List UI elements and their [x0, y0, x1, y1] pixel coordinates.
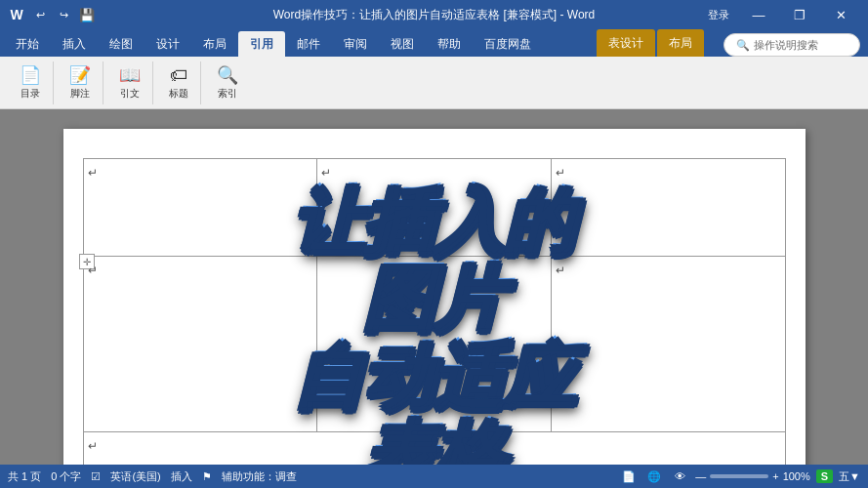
footnote-label: 脚注: [70, 87, 90, 101]
tab-table-design[interactable]: 表设计: [597, 29, 655, 57]
caption-label: 标题: [169, 87, 188, 101]
search-placeholder: 操作说明搜索: [754, 38, 818, 53]
index-icon: 🔍: [217, 64, 238, 86]
tab-layout[interactable]: 布局: [191, 31, 238, 57]
toc-label: 目录: [21, 87, 40, 101]
undo-button[interactable]: ↩: [31, 6, 49, 23]
cell-cursor: ↵: [88, 264, 98, 277]
tab-help[interactable]: 帮助: [426, 31, 473, 57]
print-view-button[interactable]: 📄: [619, 468, 639, 484]
cell-cursor: ↵: [88, 166, 98, 180]
table-row: ↵: [83, 432, 785, 466]
window-title: Word操作技巧：让插入的图片自动适应表格 [兼容模式] - Word: [273, 7, 596, 23]
footnote-icon: 📝: [69, 64, 91, 86]
index-button[interactable]: 🔍 索引: [211, 63, 244, 102]
citation-icon: 📖: [119, 64, 141, 86]
save-button[interactable]: 💾: [78, 6, 96, 23]
index-label: 索引: [218, 87, 237, 101]
table-cell[interactable]: ↵: [317, 159, 552, 257]
zoom-slider[interactable]: [710, 474, 768, 478]
search-bar[interactable]: 🔍 操作说明搜索: [723, 33, 860, 57]
ribbon-group-toc: 📄 目录: [8, 61, 54, 104]
toc-icon: 📄: [20, 64, 41, 86]
table-cell-footer[interactable]: ↵: [83, 432, 785, 466]
table-cell[interactable]: ↵: [551, 159, 785, 257]
search-icon: 🔍: [736, 39, 750, 52]
redo-button[interactable]: ↪: [55, 6, 72, 23]
footnote-button[interactable]: 📝 脚注: [63, 63, 97, 102]
login-button[interactable]: 登录: [700, 6, 737, 23]
table-row: ↵ ↵: [83, 257, 785, 432]
ribbon-group-caption: 🏷 标题: [157, 61, 201, 104]
language: 英语(美国): [110, 469, 160, 484]
status-right: 📄 🌐 👁 — + 100% S 五▼: [619, 468, 860, 484]
table-row: ↵ ↵ ↵: [83, 159, 785, 257]
ribbon-group-citation: 📖 引文: [107, 61, 153, 104]
ribbon-group-footnote: 📝 脚注: [58, 61, 103, 104]
document-table[interactable]: ↵ ↵ ↵ ↵ ↵ ↵: [83, 158, 786, 465]
ribbon-tabs: 开始 插入 绘图 设计 布局 引用 邮件 审阅 视图 帮助 百度网盘 表设计 布…: [0, 29, 868, 57]
status-left: 共 1 页 0 个字 ☑ 英语(美国) 插入 ⚑ 辅助功能：调查: [8, 469, 297, 484]
document-page: ✛ ↵ ↵ ↵ ↵ ↵ ↵ 让插入的图片自动适应表格: [63, 129, 806, 465]
zoom-section: — + 100%: [695, 470, 810, 482]
minimize-button[interactable]: —: [739, 0, 778, 29]
tab-review[interactable]: 审阅: [332, 31, 379, 57]
toc-button[interactable]: 📄 目录: [14, 63, 47, 102]
close-button[interactable]: ✕: [821, 0, 860, 29]
wps-logo-badge: S: [816, 469, 833, 483]
tab-baidu[interactable]: 百度网盘: [473, 31, 543, 57]
cell-cursor: ↵: [556, 264, 565, 277]
page-count: 共 1 页: [8, 469, 41, 484]
web-view-button[interactable]: 🌐: [644, 468, 664, 484]
accessibility-text: 辅助功能：调查: [222, 469, 297, 484]
tab-home[interactable]: 开始: [4, 31, 51, 57]
check-icon: ☑: [91, 470, 101, 483]
tab-insert[interactable]: 插入: [51, 31, 98, 57]
cell-cursor: ↵: [556, 166, 565, 180]
tab-view[interactable]: 视图: [379, 31, 426, 57]
zoom-level: 100%: [783, 470, 810, 482]
tab-references[interactable]: 引用: [238, 31, 285, 57]
title-bar-left: W ↩ ↪ 💾: [8, 6, 96, 23]
read-view-button[interactable]: 👁: [670, 468, 689, 484]
word-logo-icon: W: [8, 6, 25, 23]
title-bar: W ↩ ↪ 💾 Word操作技巧：让插入的图片自动适应表格 [兼容模式] - W…: [0, 0, 868, 29]
table-cell[interactable]: ↵: [83, 159, 317, 257]
table-cell[interactable]: ↵: [551, 257, 785, 432]
citation-label: 引文: [120, 87, 140, 101]
insert-mode[interactable]: 插入: [171, 469, 192, 484]
tab-table-layout[interactable]: 布局: [657, 29, 704, 57]
tab-design[interactable]: 设计: [145, 31, 191, 57]
accessibility-icon: ⚑: [202, 470, 212, 483]
ribbon-toolbar: 📄 目录 📝 脚注 📖 引文 🏷 标题 🔍 索引: [0, 57, 868, 109]
citation-button[interactable]: 📖 引文: [113, 63, 146, 102]
cell-cursor: ↵: [321, 166, 331, 180]
tab-mailings[interactable]: 邮件: [285, 31, 332, 57]
ribbon-group-index: 🔍 索引: [205, 61, 250, 104]
caption-icon: 🏷: [170, 65, 187, 86]
five-icon: 五▼: [839, 469, 860, 484]
table-cell[interactable]: [317, 257, 552, 432]
table-cell[interactable]: ↵: [83, 257, 317, 432]
word-count: 0 个字: [51, 469, 81, 484]
restore-button[interactable]: ❐: [780, 0, 819, 29]
cell-cursor: ↵: [88, 439, 98, 453]
title-bar-controls: 登录 — ❐ ✕: [700, 0, 860, 29]
zoom-in-button[interactable]: +: [772, 470, 778, 482]
caption-button[interactable]: 🏷 标题: [163, 63, 194, 102]
main-area: ✛ ↵ ↵ ↵ ↵ ↵ ↵ 让插入的图片自动适应表格: [0, 109, 868, 465]
zoom-out-button[interactable]: —: [695, 470, 706, 482]
status-bar: 共 1 页 0 个字 ☑ 英语(美国) 插入 ⚑ 辅助功能：调查 📄 🌐 👁 —…: [0, 465, 868, 488]
tab-draw[interactable]: 绘图: [98, 31, 145, 57]
